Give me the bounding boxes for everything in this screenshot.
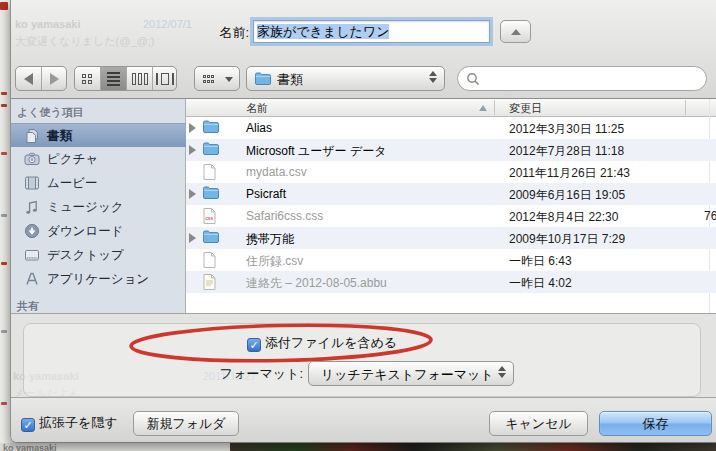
- sidebar-item-movies[interactable]: ムービー: [11, 171, 186, 195]
- cancel-button-label: キャンセル: [505, 415, 572, 433]
- search-field[interactable]: [457, 66, 707, 91]
- sidebar: よく使う項目 書類ピクチャムービーミュージックダウンロードデスクトップアプリケー…: [11, 99, 186, 314]
- background-text: ko yamasaki: [15, 18, 80, 30]
- location-popup[interactable]: 書類: [246, 66, 445, 91]
- save-button[interactable]: 保存: [599, 411, 712, 436]
- column-view-button[interactable]: [126, 67, 152, 90]
- file-date: 一昨日 6:43: [509, 253, 572, 270]
- column-header-name[interactable]: 名前: [246, 101, 268, 116]
- pictures-icon: [24, 151, 40, 167]
- background-photo: [230, 443, 716, 451]
- hide-extension-label: 拡張子を隠す: [39, 415, 118, 430]
- file-name: Psicraft: [246, 187, 286, 201]
- sidebar-item-downloads[interactable]: ダウンロード: [11, 219, 186, 243]
- file-row[interactable]: Psicraft2009年6月16日 19:05: [186, 183, 716, 205]
- sidebar-item-label: デスクトップ: [47, 247, 124, 264]
- folder-icon: [203, 186, 219, 202]
- back-icon: [24, 73, 33, 85]
- disclosure-triangle-icon[interactable]: [189, 189, 196, 199]
- file-row[interactable]: 住所録.csv一昨日 6:43: [186, 249, 716, 271]
- column-header-date[interactable]: 変更日: [509, 101, 542, 116]
- new-folder-button[interactable]: 新規フォルダ: [133, 411, 239, 436]
- footer-bar: ✓拡張子を隠す 新規フォルダ キャンセル 保存: [11, 397, 716, 443]
- hide-extension-row: ✓拡張子を隠す: [21, 414, 118, 433]
- file-name: mydata.csv: [246, 165, 307, 179]
- documents-icon: [24, 128, 40, 144]
- disclosure-triangle-icon[interactable]: [189, 145, 196, 155]
- history-segmented-control: [15, 66, 67, 91]
- cancel-button[interactable]: キャンセル: [489, 411, 588, 436]
- arrange-menu-button[interactable]: [194, 66, 240, 91]
- hide-extension-checkbox[interactable]: ✓: [21, 418, 35, 432]
- sidebar-favorites-header: よく使う項目: [17, 105, 84, 120]
- file-row[interactable]: mydata.csv2011年11月26日 21:43: [186, 161, 716, 183]
- format-popup[interactable]: リッチテキストフォーマット: [308, 361, 514, 386]
- file-name: 連絡先 – 2012-08-05.abbu: [246, 275, 387, 292]
- file-date: 2009年10月17日 7:29: [509, 231, 625, 248]
- movies-icon: [24, 175, 40, 191]
- format-popup-value: リッチテキストフォーマット: [321, 366, 494, 384]
- file-name: 携帯万能: [246, 231, 294, 248]
- file-date: 2011年11月26日 21:43: [509, 165, 630, 182]
- file-name: 住所録.csv: [246, 253, 303, 270]
- new-folder-button-label: 新規フォルダ: [146, 415, 225, 433]
- list-view-icon: [107, 70, 120, 88]
- background-window-edge: [0, 0, 10, 451]
- disclosure-triangle-icon[interactable]: [189, 233, 196, 243]
- forward-button[interactable]: [41, 67, 67, 90]
- sidebar-item-pictures[interactable]: ピクチャ: [11, 147, 186, 171]
- background-text: 2012/07/1: [143, 18, 192, 30]
- filename-input[interactable]: 家族ができましたワン: [253, 20, 490, 43]
- sidebar-item-label: ミュージック: [47, 199, 123, 216]
- file-size: 76: [704, 209, 716, 223]
- dialog-chrome: ko yamasaki2012/07/1大変遅くなりました(@_@;) 名前: …: [11, 0, 716, 98]
- forward-icon: [50, 73, 59, 85]
- svg-text:css: css: [205, 215, 213, 221]
- list-header[interactable]: 名前 変更日: [186, 99, 716, 117]
- file-row[interactable]: 連絡先 – 2012-08-05.abbu一昨日 4:02: [186, 271, 716, 293]
- include-attachments-checkbox[interactable]: ✓: [247, 338, 261, 352]
- sidebar-item-applications[interactable]: アプリケーション: [11, 267, 186, 291]
- downloads-icon: [24, 223, 40, 239]
- file-row[interactable]: Alias2012年3月30日 11:25: [186, 117, 716, 139]
- folder-icon: [203, 142, 219, 158]
- disclosure-triangle-icon[interactable]: [189, 123, 196, 133]
- popup-stepper-icon: [429, 71, 437, 83]
- sidebar-shared-header: 共有: [17, 299, 39, 314]
- coverflow-view-icon: [155, 73, 176, 85]
- list-view-button[interactable]: [100, 67, 126, 90]
- location-popup-value: 書類: [277, 71, 303, 89]
- background-window-bottom: ko yamasaki: [0, 443, 716, 451]
- file-name: Alias: [246, 121, 272, 135]
- document-icon: [203, 164, 219, 180]
- sort-ascending-icon: [479, 105, 487, 111]
- include-attachments-row: ✓添付ファイルを含める: [247, 334, 397, 350]
- sidebar-item-desktop[interactable]: デスクトップ: [11, 243, 186, 267]
- back-button[interactable]: [16, 67, 41, 90]
- file-row[interactable]: Microsoft ユーザー データ2012年7月28日 11:18: [186, 139, 716, 161]
- chevron-down-icon: [225, 77, 233, 82]
- music-icon: [24, 199, 40, 215]
- document-icon: [203, 252, 219, 268]
- file-row[interactable]: cssSafari6css.css2012年8月4日 22:3076: [186, 205, 716, 227]
- bg-text-layer-bottom: ko yamasaki: [0, 443, 230, 451]
- file-name: Safari6css.css: [246, 209, 323, 223]
- sidebar-item-documents[interactable]: 書類: [11, 123, 186, 147]
- icon-view-button[interactable]: [75, 67, 100, 90]
- options-section: ko yamasaki2011/11/27メールだよん ✓添付ファイルを含める …: [11, 313, 716, 397]
- icon-view-icon: [81, 73, 95, 85]
- sidebar-item-music[interactable]: ミュージック: [11, 195, 186, 219]
- search-icon: [466, 72, 480, 90]
- file-row[interactable]: 携帯万能2009年10月17日 7:29: [186, 227, 716, 249]
- file-date: 一昨日 4:02: [509, 275, 572, 292]
- sidebar-item-label: ダウンロード: [47, 223, 123, 240]
- filename-selected-text: 家族ができましたワン: [257, 24, 389, 39]
- desktop-icon: [24, 247, 40, 263]
- coverflow-view-button[interactable]: [152, 67, 177, 90]
- file-date: 2012年8月4日 22:30: [509, 209, 618, 226]
- name-label: 名前:: [199, 24, 249, 42]
- sidebar-item-label: アプリケーション: [47, 271, 149, 288]
- popup-stepper-icon: [498, 366, 506, 378]
- collapse-arrow-icon: [511, 29, 521, 35]
- collapse-dialog-button[interactable]: [500, 20, 531, 43]
